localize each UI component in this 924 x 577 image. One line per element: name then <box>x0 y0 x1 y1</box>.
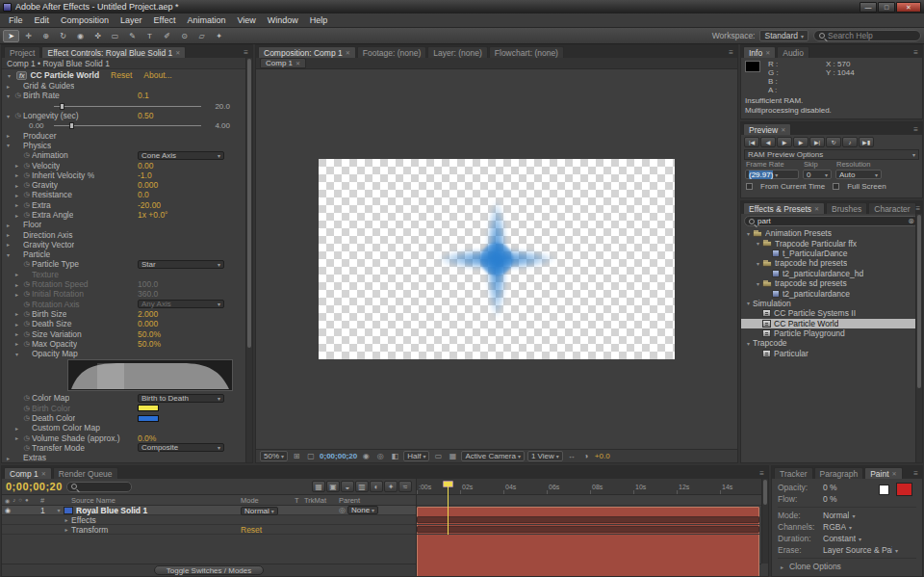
twirl-icon[interactable]: ▾ <box>4 251 13 258</box>
layer-name[interactable]: Royal Blue Solid 1 <box>76 506 241 515</box>
preset-item-trapcode-particular-ffx[interactable]: ▾Trapcode Particular ffx <box>741 238 915 248</box>
effect-name[interactable]: CC Particle World <box>30 70 99 80</box>
stopwatch-icon[interactable]: ◷ <box>21 434 32 442</box>
hand-tool[interactable]: ✛ <box>20 30 37 42</box>
twirl-icon[interactable]: ▾ <box>744 340 753 347</box>
background-color-swatch[interactable] <box>896 483 912 496</box>
resolution-dropdown[interactable]: Half▾ <box>403 451 429 461</box>
menu-view[interactable]: View <box>231 15 261 25</box>
close-icon[interactable]: ✕ <box>41 470 46 477</box>
preset-item-cc-particle-world[interactable]: CC Particle World <box>741 319 915 328</box>
maximize-button[interactable]: □ <box>878 2 895 13</box>
unified-camera-tool[interactable]: ◉ <box>72 30 89 42</box>
panel-menu-icon[interactable]: ≡ <box>913 125 920 134</box>
camera-dropdown[interactable]: Active Camera▾ <box>461 451 524 461</box>
twirl-icon[interactable]: ▸ <box>13 281 21 288</box>
effects-search-input[interactable]: part ⊗ <box>744 216 919 226</box>
tab-effect-controls[interactable]: Effect Controls: Royal Blue Solid 1 ✕ <box>41 46 186 58</box>
close-icon[interactable]: ✕ <box>814 205 819 212</box>
layer-transform-row[interactable]: ▸Transform Reset <box>2 525 416 535</box>
tab-layer-none[interactable]: Layer: (none) <box>427 46 488 58</box>
show-channels-icon[interactable]: ◧ <box>389 451 400 461</box>
stopwatch-icon[interactable]: ◷ <box>21 211 32 219</box>
clone-stamp-tool[interactable]: ⊙ <box>176 30 192 42</box>
twirl-icon[interactable]: ▾ <box>54 507 64 513</box>
slider-track[interactable] <box>54 106 201 107</box>
twirl-icon[interactable]: ▸ <box>13 310 21 317</box>
mask-visibility-icon[interactable]: ▢ <box>305 451 317 461</box>
composition-mini-flowchart-button[interactable]: ▦ <box>312 481 325 492</box>
fx-badge-icon[interactable]: fx <box>16 71 27 80</box>
tab-brushes[interactable]: Brushes <box>826 202 867 214</box>
param-value[interactable]: 0.00 <box>138 161 154 170</box>
param-dropdown[interactable]: Any Axis▾ <box>138 300 224 308</box>
current-time-display[interactable]: 0;00;00;20 <box>6 481 63 492</box>
layer-color-chip[interactable] <box>64 507 73 514</box>
menu-composition[interactable]: Composition <box>55 15 115 25</box>
twirl-icon[interactable]: ▸ <box>13 171 21 178</box>
first-frame-button[interactable]: |◀ <box>744 137 759 147</box>
twirl-icon[interactable]: ▸ <box>4 231 13 238</box>
graph-editor-button[interactable]: ≈ <box>398 481 412 492</box>
toggle-switches-modes-button[interactable]: Toggle Switches / Modes <box>154 565 265 575</box>
twirl-icon[interactable]: ▾ <box>754 240 762 247</box>
preset-item-particular[interactable]: Particular <box>741 349 915 358</box>
workspace-dropdown[interactable]: Standard ▾ <box>759 30 808 41</box>
stopwatch-icon[interactable]: ◷ <box>21 162 32 170</box>
from-current-time-checkbox[interactable] <box>746 183 753 190</box>
twirl-icon[interactable]: ▸ <box>13 192 21 198</box>
setting-value[interactable]: RGBA <box>823 522 846 532</box>
skip-dropdown[interactable]: 0▾ <box>803 170 832 179</box>
panel-menu-icon[interactable]: ≡ <box>913 469 920 478</box>
tab-info[interactable]: Info✕ <box>743 46 776 58</box>
stopwatch-icon[interactable]: ◷ <box>21 320 32 328</box>
loop-button[interactable]: ↻ <box>826 137 841 147</box>
preset-item-trapcode[interactable]: ▾Trapcode <box>741 338 915 348</box>
twirl-icon[interactable]: ▸ <box>13 330 21 337</box>
menu-file[interactable]: File <box>3 15 29 25</box>
preset-item-simulation[interactable]: ▾Simulation <box>741 299 915 308</box>
param-value[interactable]: 360.0 <box>138 289 158 299</box>
param-value[interactable]: 100.0 <box>138 279 158 289</box>
panel-menu-icon[interactable]: ≡ <box>244 48 250 57</box>
twirl-icon[interactable]: ▾ <box>4 142 13 148</box>
type-tool[interactable]: T <box>141 30 158 42</box>
transparency-grid-icon[interactable]: ▦ <box>447 451 458 461</box>
eraser-tool[interactable]: ▱ <box>193 30 210 42</box>
preset-item-t2-particulardance[interactable]: t2_particulardance <box>741 288 915 298</box>
stopwatch-icon[interactable]: ◷ <box>21 414 32 422</box>
preset-item-particle-playground[interactable]: Particle Playground <box>741 328 915 338</box>
param-value[interactable]: 50.0% <box>138 339 161 349</box>
tab-tracker[interactable]: Tracker <box>774 467 813 479</box>
param-value[interactable]: -20.00 <box>138 200 161 210</box>
brainstorm-button[interactable]: ✦ <box>384 481 398 492</box>
twirl-icon[interactable]: ▾ <box>744 230 753 237</box>
preset-item-trapcode-hd-presets[interactable]: ▾trapcode hd presets <box>741 258 915 268</box>
stopwatch-icon[interactable]: ◷ <box>21 191 32 198</box>
timeline-v-scrollbar[interactable] <box>761 479 768 564</box>
pen-tool[interactable]: ✎ <box>124 30 141 42</box>
tab-effects-presets[interactable]: Effects & Presets✕ <box>743 202 825 214</box>
tab-composition-comp-1[interactable]: Composition: Comp 1✕ <box>258 46 356 58</box>
tab-character[interactable]: Character <box>868 202 915 214</box>
time-ruler[interactable]: :00s02s04s06s08s10s12s14s <box>416 479 761 494</box>
twirl-icon[interactable]: ▸ <box>62 526 71 533</box>
full-screen-checkbox[interactable] <box>833 183 839 190</box>
play-button[interactable]: ▶ <box>777 137 792 147</box>
layer-visibility-toggle[interactable]: ◉ <box>5 507 11 513</box>
param-value[interactable]: 0.000 <box>138 180 158 190</box>
twirl-icon[interactable]: ▾ <box>744 300 753 306</box>
presets-scrollbar[interactable] <box>915 214 922 462</box>
previous-frame-button[interactable]: ◀ <box>760 137 776 147</box>
slider-track[interactable] <box>54 125 201 126</box>
stopwatch-icon[interactable]: ◷ <box>21 201 32 209</box>
stopwatch-icon[interactable]: ◷ <box>21 181 32 189</box>
rotation-tool[interactable]: ↻ <box>55 30 71 42</box>
stopwatch-icon[interactable]: ◷ <box>13 112 23 119</box>
about-effect-link[interactable]: About... <box>143 70 171 80</box>
tab-preview[interactable]: Preview ✕ <box>743 123 791 135</box>
stopwatch-icon[interactable]: ◷ <box>13 92 23 99</box>
show-snapshot-icon[interactable]: ◎ <box>374 451 386 461</box>
color-swatch[interactable] <box>138 405 159 411</box>
menu-edit[interactable]: Edit <box>29 15 56 25</box>
